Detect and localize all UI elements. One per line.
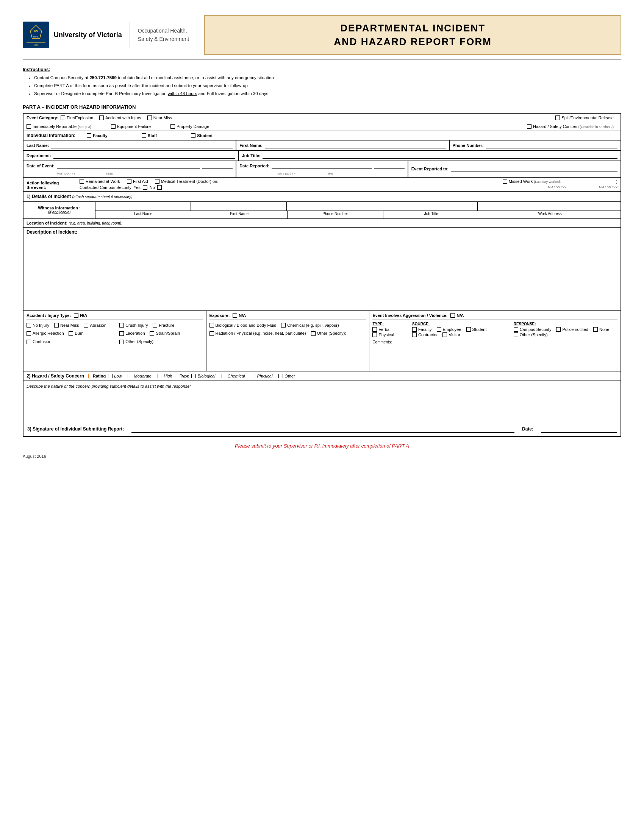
accident-na-option[interactable]: N/A [74,313,87,318]
student-option[interactable]: Student [191,133,213,138]
no-checkbox[interactable] [157,185,162,190]
equipment-failure-option[interactable]: Equipment Failure [111,124,151,129]
src-student-option[interactable]: Student [466,327,487,332]
phone-number-field[interactable] [486,142,617,148]
missed-work-checkbox[interactable] [503,179,507,183]
last-name-cell: Last Name: [24,140,236,150]
faculty-checkbox[interactable] [87,133,91,138]
contusion-option[interactable]: Contusion [27,338,52,346]
job-title-field[interactable] [262,153,617,159]
biological-type-option[interactable]: Biological [191,374,215,378]
time-reported-field[interactable] [374,163,404,169]
strain-option[interactable]: Strain/Sprain [150,330,180,338]
medical-treatment-option[interactable]: Medical Treatment (Doctor) on: [155,179,219,183]
property-damage-checkbox[interactable] [171,124,175,129]
first-name-field[interactable] [265,142,446,148]
aggression-na-checkbox[interactable] [451,313,455,318]
high-rating-option[interactable]: High [158,374,172,378]
spill-release-option[interactable]: Spill/Environmental Release [555,116,614,120]
signature-line[interactable] [132,425,514,433]
job-title-label: Job Title: [242,153,261,158]
burn-option[interactable]: Burn [69,330,83,338]
physical-type-option[interactable]: Physical [251,374,272,378]
verbal-option[interactable]: Verbal [372,327,390,332]
yes-checkbox[interactable] [143,185,147,190]
date-reported-field[interactable] [272,163,372,169]
laceration-option[interactable]: Laceration [119,330,145,338]
fire-explosion-option[interactable]: Fire/Explosion [61,116,93,120]
medical-treatment-checkbox[interactable] [155,179,159,183]
src-faculty-option[interactable]: Faculty [412,327,431,332]
biological-exp-option[interactable]: Biological / Blood and Body Fluid [209,322,277,330]
description-field[interactable] [27,237,617,305]
property-damage-option[interactable]: Property Damage [171,124,209,129]
near-miss-option[interactable]: Near Miss [147,116,172,120]
exposure-na-option[interactable]: N/A [233,313,246,318]
other-type-option[interactable]: Other [279,374,295,378]
physical-option[interactable]: Physical [372,333,394,337]
chemical-type-option[interactable]: Chemical [222,374,245,378]
src-visitor-option[interactable]: Visitor [443,333,460,337]
moderate-rating-option[interactable]: Moderate [128,374,151,378]
accident-na-checkbox[interactable] [74,313,79,318]
first-aid-option[interactable]: First Aid [127,179,148,183]
first-aid-checkbox[interactable] [127,179,132,183]
low-rating-option[interactable]: Low [108,374,122,378]
other-exp-option[interactable]: Other (Specify): [311,330,346,338]
last-name-field[interactable] [51,142,233,148]
time-event-field[interactable] [202,163,233,169]
description-row: Description of Incident: [24,228,620,311]
department-field[interactable] [53,153,235,159]
remained-work-checkbox[interactable] [80,179,84,183]
accident-injury-option[interactable]: Accident with Injury [99,116,141,120]
aggression-na-option[interactable]: N/A [451,313,464,318]
student-checkbox[interactable] [191,133,195,138]
resp-police-option[interactable]: Police notified [556,327,588,332]
crush-option[interactable]: Crush Injury [119,322,148,330]
signature-date-line[interactable] [541,425,617,433]
other-acc-option[interactable]: Other (Specify): [119,338,155,346]
near-miss-checkbox[interactable] [147,116,152,120]
missed-work-label: Missed Work (Last day worked: [509,179,561,183]
fire-explosion-checkbox[interactable] [61,116,65,120]
hazard-concern-checkbox[interactable] [527,124,531,129]
witness-jobtitle-empty[interactable] [382,202,478,211]
witness-address-empty[interactable] [478,202,620,211]
no-injury-option[interactable]: No Injury [27,322,49,330]
near-miss-label: Near Miss [153,116,172,120]
witness-fn-empty[interactable] [191,202,287,211]
allergic-option[interactable]: Allergic Reaction [27,330,64,338]
event-reported-to-field[interactable] [451,166,617,172]
radiation-exp-option[interactable]: Radiation / Physical (e.g. noise, heat, … [209,330,306,338]
staff-checkbox[interactable] [142,133,146,138]
abrasion-option[interactable]: Abrasion [84,322,106,330]
spill-release-checkbox[interactable] [555,116,560,120]
staff-option[interactable]: Staff [142,133,157,138]
resp-other-option[interactable]: Other (Specify): [514,333,549,337]
faculty-option[interactable]: Faculty [87,133,108,138]
hazard-describe-field[interactable] [27,389,617,419]
fracture-option[interactable]: Fracture [153,322,174,330]
hazard-concern-option[interactable]: Hazard / Safety Concern (Describe in sec… [527,124,614,129]
chemical-exp-option[interactable]: Chemical (e.g. spill, vapour) [281,322,339,330]
immediately-reportable-checkbox[interactable] [27,124,31,129]
src-contractor-option[interactable]: Contractor [412,333,438,337]
date-event-field[interactable] [57,163,200,169]
src-employee-option[interactable]: Employee [437,327,461,332]
exposure-na-checkbox[interactable] [233,313,237,318]
near-miss-acc-option[interactable]: Near Miss [54,322,79,330]
accident-list-col1: No Injury Near Miss Abrasion Allergic Re… [27,322,116,346]
immediately-reportable-option[interactable]: Immediately Reportable (see p.3) [27,124,91,129]
date-label-sig: Date: [522,426,533,432]
source-label: SOURCE: [412,322,510,326]
resp-campus-option[interactable]: Campus Security [514,327,552,332]
type-col: TYPE: Verbal Physical Comments: [372,322,408,346]
resp-none-option[interactable]: None [593,327,609,332]
witness-ln-empty[interactable] [95,202,191,211]
equipment-failure-checkbox[interactable] [111,124,116,129]
property-damage-label: Property Damage [177,124,209,129]
accident-injury-checkbox[interactable] [99,116,104,120]
witness-phone-empty[interactable] [287,202,382,211]
remained-work-option[interactable]: Remained at Work [80,179,120,183]
missed-work-option[interactable]: Missed Work (Last day worked: [503,179,561,183]
